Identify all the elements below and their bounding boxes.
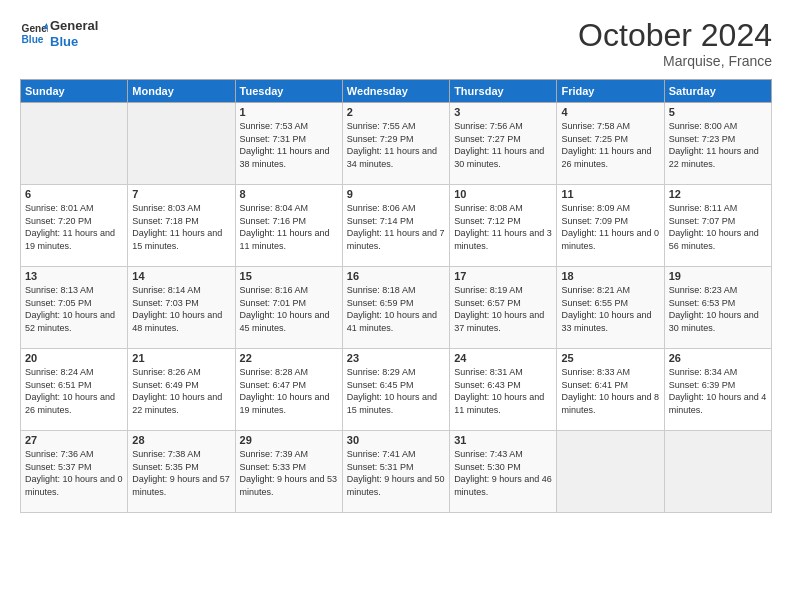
day-number: 2 (347, 106, 445, 118)
title-block: October 2024 Marquise, France (578, 18, 772, 69)
day-number: 27 (25, 434, 123, 446)
header-cell-monday: Monday (128, 80, 235, 103)
calendar-cell: 11Sunrise: 8:09 AM Sunset: 7:09 PM Dayli… (557, 185, 664, 267)
calendar-cell: 8Sunrise: 8:04 AM Sunset: 7:16 PM Daylig… (235, 185, 342, 267)
day-number: 23 (347, 352, 445, 364)
calendar-cell: 24Sunrise: 8:31 AM Sunset: 6:43 PM Dayli… (450, 349, 557, 431)
day-content: Sunrise: 8:00 AM Sunset: 7:23 PM Dayligh… (669, 120, 767, 170)
day-number: 19 (669, 270, 767, 282)
calendar-body: 1Sunrise: 7:53 AM Sunset: 7:31 PM Daylig… (21, 103, 772, 513)
week-row-4: 27Sunrise: 7:36 AM Sunset: 5:37 PM Dayli… (21, 431, 772, 513)
header-cell-saturday: Saturday (664, 80, 771, 103)
week-row-2: 13Sunrise: 8:13 AM Sunset: 7:05 PM Dayli… (21, 267, 772, 349)
location: Marquise, France (578, 53, 772, 69)
day-content: Sunrise: 7:58 AM Sunset: 7:25 PM Dayligh… (561, 120, 659, 170)
day-content: Sunrise: 8:01 AM Sunset: 7:20 PM Dayligh… (25, 202, 123, 252)
calendar-cell: 1Sunrise: 7:53 AM Sunset: 7:31 PM Daylig… (235, 103, 342, 185)
calendar-cell: 13Sunrise: 8:13 AM Sunset: 7:05 PM Dayli… (21, 267, 128, 349)
day-content: Sunrise: 8:26 AM Sunset: 6:49 PM Dayligh… (132, 366, 230, 416)
calendar-cell: 19Sunrise: 8:23 AM Sunset: 6:53 PM Dayli… (664, 267, 771, 349)
header-cell-friday: Friday (557, 80, 664, 103)
day-number: 7 (132, 188, 230, 200)
day-content: Sunrise: 8:19 AM Sunset: 6:57 PM Dayligh… (454, 284, 552, 334)
week-row-3: 20Sunrise: 8:24 AM Sunset: 6:51 PM Dayli… (21, 349, 772, 431)
calendar-cell: 20Sunrise: 8:24 AM Sunset: 6:51 PM Dayli… (21, 349, 128, 431)
day-content: Sunrise: 8:08 AM Sunset: 7:12 PM Dayligh… (454, 202, 552, 252)
logo: General Blue General Blue (20, 18, 98, 49)
calendar-cell: 23Sunrise: 8:29 AM Sunset: 6:45 PM Dayli… (342, 349, 449, 431)
calendar-cell: 17Sunrise: 8:19 AM Sunset: 6:57 PM Dayli… (450, 267, 557, 349)
day-number: 10 (454, 188, 552, 200)
day-number: 8 (240, 188, 338, 200)
calendar-cell: 25Sunrise: 8:33 AM Sunset: 6:41 PM Dayli… (557, 349, 664, 431)
day-number: 11 (561, 188, 659, 200)
day-number: 13 (25, 270, 123, 282)
calendar-cell (557, 431, 664, 513)
day-content: Sunrise: 7:41 AM Sunset: 5:31 PM Dayligh… (347, 448, 445, 498)
day-number: 31 (454, 434, 552, 446)
day-content: Sunrise: 7:38 AM Sunset: 5:35 PM Dayligh… (132, 448, 230, 498)
day-number: 15 (240, 270, 338, 282)
day-content: Sunrise: 8:24 AM Sunset: 6:51 PM Dayligh… (25, 366, 123, 416)
calendar-cell (21, 103, 128, 185)
day-number: 4 (561, 106, 659, 118)
day-content: Sunrise: 8:28 AM Sunset: 6:47 PM Dayligh… (240, 366, 338, 416)
day-content: Sunrise: 7:36 AM Sunset: 5:37 PM Dayligh… (25, 448, 123, 498)
day-content: Sunrise: 8:23 AM Sunset: 6:53 PM Dayligh… (669, 284, 767, 334)
day-number: 6 (25, 188, 123, 200)
day-content: Sunrise: 8:33 AM Sunset: 6:41 PM Dayligh… (561, 366, 659, 416)
day-number: 21 (132, 352, 230, 364)
day-number: 29 (240, 434, 338, 446)
day-content: Sunrise: 8:31 AM Sunset: 6:43 PM Dayligh… (454, 366, 552, 416)
day-number: 16 (347, 270, 445, 282)
day-content: Sunrise: 8:34 AM Sunset: 6:39 PM Dayligh… (669, 366, 767, 416)
header-cell-thursday: Thursday (450, 80, 557, 103)
calendar-header-row: SundayMondayTuesdayWednesdayThursdayFrid… (21, 80, 772, 103)
day-number: 25 (561, 352, 659, 364)
header: General Blue General Blue October 2024 M… (20, 18, 772, 69)
day-number: 24 (454, 352, 552, 364)
day-number: 17 (454, 270, 552, 282)
calendar-cell: 31Sunrise: 7:43 AM Sunset: 5:30 PM Dayli… (450, 431, 557, 513)
day-number: 9 (347, 188, 445, 200)
calendar-cell: 27Sunrise: 7:36 AM Sunset: 5:37 PM Dayli… (21, 431, 128, 513)
calendar-table: SundayMondayTuesdayWednesdayThursdayFrid… (20, 79, 772, 513)
logo-general: General (50, 18, 98, 34)
header-cell-tuesday: Tuesday (235, 80, 342, 103)
week-row-0: 1Sunrise: 7:53 AM Sunset: 7:31 PM Daylig… (21, 103, 772, 185)
day-number: 3 (454, 106, 552, 118)
calendar-cell: 26Sunrise: 8:34 AM Sunset: 6:39 PM Dayli… (664, 349, 771, 431)
day-number: 14 (132, 270, 230, 282)
day-content: Sunrise: 8:04 AM Sunset: 7:16 PM Dayligh… (240, 202, 338, 252)
calendar-cell: 9Sunrise: 8:06 AM Sunset: 7:14 PM Daylig… (342, 185, 449, 267)
day-content: Sunrise: 8:29 AM Sunset: 6:45 PM Dayligh… (347, 366, 445, 416)
day-content: Sunrise: 8:13 AM Sunset: 7:05 PM Dayligh… (25, 284, 123, 334)
calendar-cell: 28Sunrise: 7:38 AM Sunset: 5:35 PM Dayli… (128, 431, 235, 513)
header-cell-wednesday: Wednesday (342, 80, 449, 103)
day-content: Sunrise: 8:09 AM Sunset: 7:09 PM Dayligh… (561, 202, 659, 252)
calendar-cell: 12Sunrise: 8:11 AM Sunset: 7:07 PM Dayli… (664, 185, 771, 267)
calendar-cell: 30Sunrise: 7:41 AM Sunset: 5:31 PM Dayli… (342, 431, 449, 513)
calendar-cell: 16Sunrise: 8:18 AM Sunset: 6:59 PM Dayli… (342, 267, 449, 349)
day-content: Sunrise: 7:56 AM Sunset: 7:27 PM Dayligh… (454, 120, 552, 170)
day-content: Sunrise: 8:16 AM Sunset: 7:01 PM Dayligh… (240, 284, 338, 334)
header-cell-sunday: Sunday (21, 80, 128, 103)
week-row-1: 6Sunrise: 8:01 AM Sunset: 7:20 PM Daylig… (21, 185, 772, 267)
calendar-cell: 21Sunrise: 8:26 AM Sunset: 6:49 PM Dayli… (128, 349, 235, 431)
calendar-cell: 15Sunrise: 8:16 AM Sunset: 7:01 PM Dayli… (235, 267, 342, 349)
month-title: October 2024 (578, 18, 772, 53)
day-content: Sunrise: 7:39 AM Sunset: 5:33 PM Dayligh… (240, 448, 338, 498)
day-content: Sunrise: 7:55 AM Sunset: 7:29 PM Dayligh… (347, 120, 445, 170)
logo-icon: General Blue (20, 20, 48, 48)
page: General Blue General Blue October 2024 M… (0, 0, 792, 612)
calendar-cell: 6Sunrise: 8:01 AM Sunset: 7:20 PM Daylig… (21, 185, 128, 267)
svg-text:Blue: Blue (22, 33, 44, 44)
day-number: 30 (347, 434, 445, 446)
calendar-cell: 7Sunrise: 8:03 AM Sunset: 7:18 PM Daylig… (128, 185, 235, 267)
day-number: 1 (240, 106, 338, 118)
day-content: Sunrise: 8:18 AM Sunset: 6:59 PM Dayligh… (347, 284, 445, 334)
day-content: Sunrise: 8:14 AM Sunset: 7:03 PM Dayligh… (132, 284, 230, 334)
calendar-cell: 2Sunrise: 7:55 AM Sunset: 7:29 PM Daylig… (342, 103, 449, 185)
day-number: 5 (669, 106, 767, 118)
day-number: 12 (669, 188, 767, 200)
